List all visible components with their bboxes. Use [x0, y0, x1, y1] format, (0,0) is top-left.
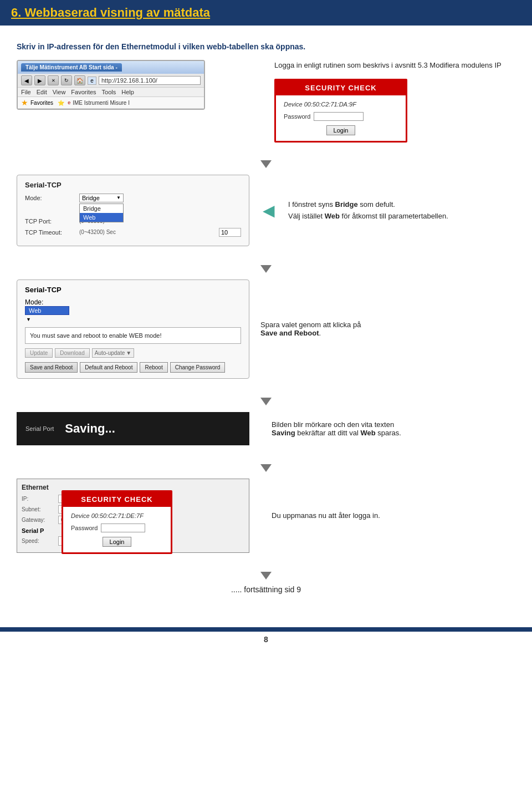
gateway-label: Gateway:	[22, 517, 55, 523]
serial-tcp-panel-2: Serial-TCP Mode: Web ▼ You must save and…	[17, 280, 249, 379]
serial-tcp-title-1: Serial-TCP	[25, 181, 241, 189]
serial-port-label: Serial Port	[25, 425, 54, 432]
tcp-port-label: TCP Port:	[25, 218, 75, 225]
option-web[interactable]: Web	[80, 213, 123, 222]
desc1-bold2: Web	[325, 212, 340, 220]
menu-favorites[interactable]: Favorites	[71, 89, 96, 95]
page-number: 8	[0, 632, 532, 647]
serial-tcp-panel-1: Serial-TCP Mode: Bridge ▼ Bridge Web TCP…	[17, 175, 249, 246]
update-button[interactable]: Update	[25, 348, 53, 358]
down-arrow-svg-5	[258, 560, 274, 580]
back-button[interactable]: ◀	[21, 75, 32, 85]
main-content: Skriv in IP-adressen för den Ethernetmod…	[0, 37, 532, 616]
menu-view[interactable]: View	[53, 89, 66, 95]
menu-help[interactable]: Help	[121, 89, 134, 95]
tcp-timeout-row: TCP Timeout: (0~43200) Sec	[25, 228, 241, 237]
bottom-buttons: Save and Reboot Default and Reboot Reboo…	[25, 362, 241, 373]
description-1: I fönstret syns Bridge som defult. Välj …	[288, 200, 448, 220]
refresh-button[interactable]: ↻	[61, 75, 72, 85]
svg-marker-4	[260, 560, 272, 580]
desc2-line1: Spara valet genom att klicka på	[260, 321, 361, 329]
description-2: Spara valet genom att klicka på Save and…	[260, 321, 361, 337]
password-field: Password	[284, 112, 398, 121]
change-password-button[interactable]: Change Password	[170, 362, 226, 373]
desc4-text: Du uppmanas nu att åter logga in.	[272, 511, 380, 520]
auto-update-container: Auto-update ▼	[92, 348, 134, 358]
eth-security-body: Device 00:50:C2:71:DE:7F Password Login	[63, 507, 171, 552]
tcp-port-row: TCP Port: (0~65535)	[25, 218, 241, 225]
eth-password-field: Password	[71, 524, 163, 532]
description-4: Du uppmanas nu att åter logga in.	[272, 511, 380, 520]
password-label: Password	[284, 113, 310, 120]
svg-marker-1	[260, 253, 272, 273]
device-id: Device 00:50:C2:71:DA:9F	[284, 101, 398, 108]
mid-row-1: Serial-TCP Mode: Bridge ▼ Bridge Web TCP…	[17, 175, 515, 246]
desc3-line3: sparas.	[376, 429, 401, 437]
subnet-label: Subnet:	[22, 506, 55, 512]
right-col: Logga in enligt rutinen som beskrivs i a…	[274, 60, 515, 143]
reboot-button[interactable]: Reboot	[140, 362, 167, 373]
tcp-timeout-range: (0~43200) Sec	[79, 229, 214, 235]
serial-tcp-title-2: Serial-TCP	[25, 286, 241, 294]
default-reboot-button[interactable]: Default and Reboot	[80, 362, 137, 373]
menu-tools[interactable]: Tools	[102, 89, 116, 95]
description-3: Bilden blir mörkare och den vita texten …	[272, 420, 401, 437]
ie-icon: e	[88, 77, 96, 85]
desc2-line2: .	[319, 329, 321, 337]
browser-nav: ◀ ▶ ✕ ↻ 🏠 e http://192.168.1.100/	[18, 74, 204, 88]
favorites-item: IME Istrumenti Misure I	[73, 100, 130, 106]
tcp-timeout-label: TCP Timeout:	[25, 229, 75, 236]
mode-dropdown-arrow: ▼	[26, 317, 31, 322]
login-button[interactable]: Login	[326, 125, 356, 135]
menu-file[interactable]: File	[21, 89, 31, 95]
eth-password-input[interactable]	[101, 524, 145, 532]
desc3-bold2: Web	[360, 429, 375, 437]
eth-login-button[interactable]: Login	[103, 537, 132, 547]
stop-button[interactable]: ✕	[48, 75, 59, 85]
svg-marker-2	[260, 385, 272, 405]
mode-row-1: Mode: Bridge ▼ Bridge Web	[25, 194, 241, 202]
arrow-down-1	[17, 148, 515, 168]
save-reboot-button[interactable]: Save and Reboot	[25, 362, 78, 373]
left-arrow-icon: ◀	[263, 201, 275, 220]
saving-screen: Serial Port Saving...	[17, 412, 249, 445]
dropdown-arrow-icon: ▼	[116, 195, 121, 200]
security-check-title: SECURITY CHECK	[276, 80, 406, 95]
ethernet-row: Ethernet IP: 192.168.1.100 Subnet: 255.2…	[17, 479, 515, 553]
arrow-down-5	[17, 560, 515, 580]
saving-text: Saving...	[65, 421, 115, 436]
desc1-bold1: Bridge	[335, 200, 358, 209]
arrow-down-4	[17, 452, 515, 472]
down-arrow-svg	[258, 148, 274, 168]
password-input[interactable]	[314, 112, 364, 121]
forward-button[interactable]: ▶	[34, 75, 45, 85]
mid-row-2: Serial-TCP Mode: Web ▼ You must save and…	[17, 280, 515, 379]
web-mode-notice: You must save and reboot to enable WEB m…	[25, 327, 241, 344]
mode-value-1: Bridge	[82, 195, 100, 201]
option-bridge[interactable]: Bridge	[80, 204, 123, 213]
desc3-line1: Bilden blir mörkare och den vita texten	[272, 420, 394, 429]
mode-dropdown[interactable]: Bridge ▼	[79, 194, 124, 202]
browser-favbar: ★ Favorites ⭐ e IME Istrumenti Misure I	[18, 97, 204, 109]
eth-security-title: SECURITY CHECK	[63, 492, 171, 507]
download-button[interactable]: Download	[55, 348, 89, 358]
browser-titlebar: Tälje Mätinstrument AB Start sida -	[18, 61, 204, 74]
desc1-line2: som defult.	[358, 200, 395, 209]
auto-update-label: Auto-update	[95, 350, 125, 356]
browser-mockup: Tälje Mätinstrument AB Start sida - ◀ ▶ …	[17, 60, 205, 110]
home-button[interactable]: 🏠	[74, 75, 85, 85]
down-arrow-svg-2	[258, 253, 274, 273]
saving-row: Serial Port Saving... Bilden blir mörkar…	[17, 412, 515, 445]
eth-security-check-box: SECURITY CHECK Device 00:50:C2:71:DE:7F …	[62, 490, 172, 554]
ie-fav-icon: e	[68, 100, 70, 105]
mode-dropdown-container: Bridge ▼ Bridge Web	[79, 194, 124, 202]
mode-label-1: Mode:	[25, 195, 75, 201]
tcp-timeout-input[interactable]	[219, 228, 241, 237]
down-arrow-svg-3	[258, 385, 274, 405]
continuation-text: ..... fortsättning sid 9	[17, 585, 515, 594]
ip-label: IP:	[22, 496, 55, 502]
menu-edit[interactable]: Edit	[37, 89, 47, 95]
address-bar[interactable]: http://192.168.1.100/	[99, 76, 201, 85]
section-start-label: Skriv in IP-adressen för den Ethernetmod…	[17, 42, 515, 51]
right-instruction: Logga in enligt rutinen som beskrivs i a…	[274, 60, 502, 71]
